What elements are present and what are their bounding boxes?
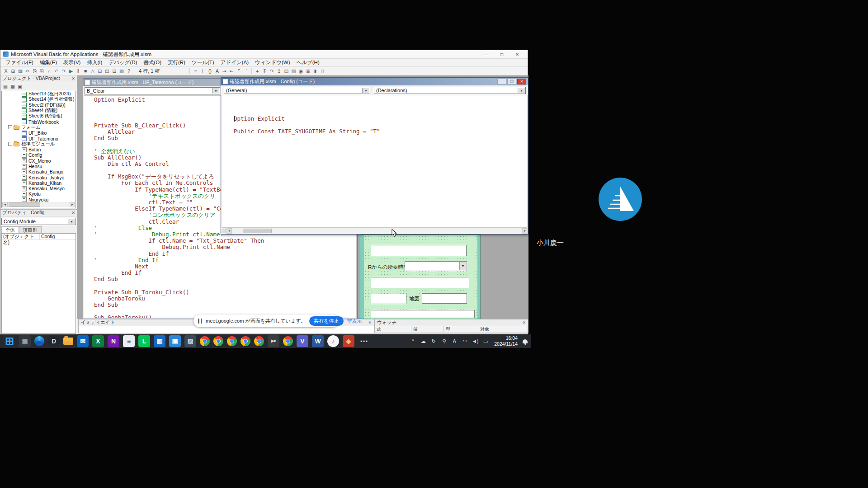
form-textbox[interactable]: [371, 294, 406, 304]
tree-expander-icon[interactable]: -: [8, 125, 12, 129]
watch-window[interactable]: ウォッチ ✕ 式値型対象: [374, 319, 528, 333]
tree-item[interactable]: Sheet2 (PDF(縦)): [2, 103, 75, 108]
save-icon[interactable]: ▦: [17, 67, 24, 75]
form-combobox[interactable]: [405, 261, 467, 271]
uncomment-block-icon[interactable]: ': [242, 67, 250, 75]
chrome-icon-6[interactable]: [283, 336, 293, 346]
project-tree-hscrollbar[interactable]: ◄ ►: [2, 202, 75, 207]
hide-bar-link[interactable]: 非表示: [347, 318, 362, 324]
child-maximize-button[interactable]: ❐: [507, 79, 516, 84]
menu-item[interactable]: 挿入(I): [84, 59, 105, 66]
config-hscrollbar[interactable]: ◄ ►: [222, 228, 528, 234]
dell-icon[interactable]: D: [48, 335, 60, 347]
chrome-icon-4[interactable]: [241, 336, 250, 346]
sync-icon[interactable]: ↻: [430, 338, 437, 344]
watch-column[interactable]: 値: [411, 326, 444, 332]
scroll-right-arrow-icon[interactable]: ►: [522, 228, 528, 234]
excel-icon[interactable]: X: [92, 335, 104, 347]
object-browser-icon[interactable]: ⊡: [111, 67, 118, 75]
music-app-icon[interactable]: ♪: [327, 335, 339, 347]
start-button[interactable]: ⊞: [4, 335, 15, 347]
edge-icon[interactable]: [34, 336, 44, 346]
step-out-icon[interactable]: ↥: [275, 67, 283, 75]
minimize-button[interactable]: —: [479, 52, 494, 57]
tree-item[interactable]: UF_Biko: [2, 130, 75, 136]
stop-sharing-button[interactable]: 共有を停止: [309, 316, 343, 326]
menu-item[interactable]: 書式(O): [140, 59, 165, 66]
code-editor-config[interactable]: Option ExplicitPublic Const TATE_SYUGOTI…: [222, 95, 528, 228]
config-code-titlebar[interactable]: 確認書類作成用.xlsm - Config (コード) – ❐ ✕: [221, 78, 528, 85]
form-textbox[interactable]: [371, 277, 469, 288]
line-icon[interactable]: L: [138, 335, 150, 347]
watch-header[interactable]: ウォッチ ✕: [375, 319, 528, 326]
call-stack-icon[interactable]: ≣: [304, 67, 311, 75]
properties-window-icon[interactable]: ▤: [104, 67, 111, 75]
tree-item[interactable]: Config: [2, 152, 75, 158]
child-minimize-button[interactable]: –: [497, 79, 506, 84]
next-bookmark-icon[interactable]: ▯: [319, 67, 326, 75]
mail-icon[interactable]: ✉: [77, 335, 89, 347]
scroll-left-arrow-icon[interactable]: ◄: [2, 202, 8, 207]
cut-icon[interactable]: ✂: [24, 67, 31, 75]
code-window-config[interactable]: 確認書類作成用.xlsm - Config (コード) – ❐ ✕ (Gener…: [221, 77, 528, 235]
toolbox-icon[interactable]: ▧: [118, 67, 125, 75]
tree-item[interactable]: Botan: [2, 147, 75, 152]
object-combo[interactable]: (General): [224, 87, 370, 94]
photos-icon[interactable]: ▨: [184, 335, 196, 347]
blue-app-icon-2[interactable]: ▣: [169, 335, 181, 347]
wifi-icon[interactable]: ◠: [461, 338, 468, 344]
toggle-bookmark-icon[interactable]: ▮: [311, 67, 319, 75]
split-handle-icon[interactable]: [222, 229, 226, 233]
watch-column[interactable]: 対象: [478, 326, 528, 332]
close-icon[interactable]: ✕: [71, 76, 75, 81]
break-icon[interactable]: ‖: [75, 67, 82, 75]
task-view-icon[interactable]: ▦: [19, 335, 31, 347]
insert-userform-icon[interactable]: ⊞: [9, 67, 17, 75]
tree-item[interactable]: Kensaku_Jyokyo: [2, 174, 75, 180]
child-close-button[interactable]: ✕: [517, 79, 526, 84]
tree-item[interactable]: UF_Tatemono: [2, 136, 75, 141]
close-icon[interactable]: ✕: [522, 320, 526, 325]
watch-window-icon[interactable]: ◉: [297, 67, 304, 75]
tree-item[interactable]: ThisWorkbook: [2, 119, 75, 124]
properties-object-selector[interactable]: Config Module: [1, 218, 76, 225]
watch-column[interactable]: 型: [444, 326, 478, 332]
tree-item[interactable]: Sheet14 (担当者情報): [2, 97, 75, 102]
project-explorer-icon[interactable]: ⊟: [96, 67, 104, 75]
chrome-icon-5[interactable]: [254, 336, 264, 346]
snip-icon[interactable]: ✂: [268, 335, 279, 347]
tree-item[interactable]: Sheet6 (駅情報): [2, 113, 75, 119]
onedrive-icon[interactable]: ☁: [420, 338, 427, 344]
copy-icon[interactable]: ⎘: [31, 67, 38, 75]
notification-bell-icon[interactable]: [523, 339, 528, 343]
file-explorer-icon[interactable]: [63, 338, 73, 345]
scroll-left-arrow-icon[interactable]: ◄: [226, 228, 232, 234]
blue-app-icon[interactable]: ▥: [154, 335, 165, 347]
chrome-icon-1[interactable]: [200, 336, 210, 346]
undo-icon[interactable]: ↶: [53, 67, 60, 75]
menu-item[interactable]: デバッグ(D): [105, 59, 140, 66]
view-object-icon[interactable]: ▦: [9, 83, 16, 90]
tree-item[interactable]: CX_Memo: [2, 158, 75, 164]
project-panel-header[interactable]: プロジェクト - VBAProject ✕: [0, 75, 77, 82]
menu-item[interactable]: ツール(T): [189, 59, 217, 66]
menu-item[interactable]: 表示(V): [60, 59, 84, 66]
tree-item[interactable]: Kensaku_Kikan: [2, 180, 75, 186]
reset-icon[interactable]: ■: [82, 67, 89, 75]
procedure-combo[interactable]: (Declarations): [374, 87, 526, 94]
v-app-icon[interactable]: V: [297, 335, 308, 347]
scrollbar-thumb[interactable]: [9, 202, 40, 207]
help-icon[interactable]: ?: [125, 67, 132, 75]
close-button[interactable]: ✕: [509, 52, 525, 57]
tree-item[interactable]: Kensaku_Bango: [2, 169, 75, 174]
hidden-icons-chevron[interactable]: ^: [409, 338, 416, 344]
word-icon[interactable]: W: [312, 335, 324, 347]
locals-window-icon[interactable]: ▤: [283, 67, 290, 75]
close-icon[interactable]: ✕: [368, 320, 372, 325]
toggle-folders-icon[interactable]: ▣: [16, 83, 24, 90]
outdent-icon[interactable]: ⇤: [228, 67, 235, 75]
menu-item[interactable]: ヘルプ(H): [293, 59, 322, 66]
tree-item[interactable]: Kyotu: [2, 191, 75, 197]
view-excel-icon[interactable]: X: [2, 67, 9, 75]
userform-canvas[interactable]: Rからの所要時間 地図: [364, 235, 477, 319]
